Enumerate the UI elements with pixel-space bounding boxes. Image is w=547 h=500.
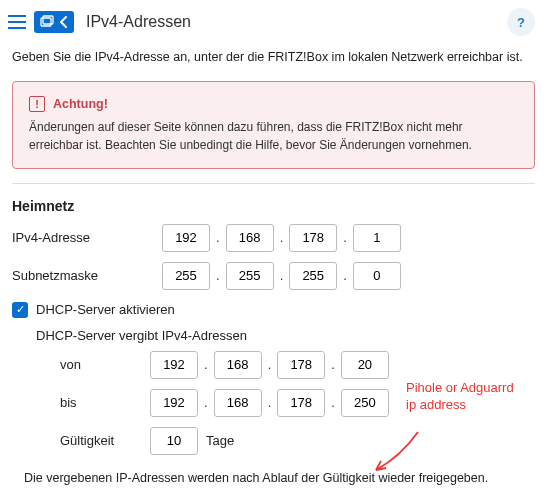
intro-text: Geben Sie die IPv4-Adresse an, unter der… [0,44,547,81]
dhcp-subhead: DHCP-Server vergibt IPv4-Adressen [36,328,535,343]
dot: . [278,230,286,245]
dot: . [214,268,222,283]
ipv4-octet-2[interactable] [226,224,274,252]
label-subnet: Subnetzmaske [12,268,162,283]
dhcp-enable-checkbox[interactable]: ✓ [12,302,28,318]
subnet-octet-2[interactable] [226,262,274,290]
to-octet-3[interactable] [277,389,325,417]
to-octet-2[interactable] [214,389,262,417]
label-from: von [36,357,150,372]
dot: . [329,395,337,410]
ipv4-octet-1[interactable] [162,224,210,252]
dhcp-to-group: . . . [150,389,389,417]
from-octet-3[interactable] [277,351,325,379]
dot: . [202,357,210,372]
help-button[interactable]: ? [507,8,535,36]
annotation-text: Pihole or Adguarrd ip address [406,380,516,414]
dot: . [341,230,349,245]
to-octet-1[interactable] [150,389,198,417]
dot: . [214,230,222,245]
dot: . [278,268,286,283]
label-to: bis [36,395,150,410]
from-octet-1[interactable] [150,351,198,379]
divider [12,183,535,184]
subnet-octet-3[interactable] [289,262,337,290]
back-button[interactable] [34,11,74,33]
page-title: IPv4-Adressen [86,13,191,31]
dot: . [266,357,274,372]
dot: . [329,357,337,372]
warning-box: ! Achtung! Änderungen auf dieser Seite k… [12,81,535,169]
dot: . [202,395,210,410]
warning-body: Änderungen auf dieser Seite können dazu … [29,118,518,154]
validity-input[interactable] [150,427,198,455]
subnet-octet-4[interactable] [353,262,401,290]
subnet-octet-1[interactable] [162,262,210,290]
to-octet-4[interactable] [341,389,389,417]
hamburger-menu-icon[interactable] [6,11,28,33]
from-octet-4[interactable] [341,351,389,379]
subnet-group: . . . [162,262,401,290]
label-dhcp-enable: DHCP-Server aktivieren [36,302,175,317]
ipv4-octet-3[interactable] [289,224,337,252]
dot: . [266,395,274,410]
from-octet-2[interactable] [214,351,262,379]
label-days: Tage [206,433,234,448]
label-ipv4: IPv4-Adresse [12,230,162,245]
warning-title: Achtung! [53,97,108,111]
dot: . [341,268,349,283]
desc-release: Die vergebenen IP-Adressen werden nach A… [0,465,547,498]
section-heimnetz: Heimnetz [0,196,547,224]
dhcp-from-group: . . . [150,351,389,379]
warning-icon: ! [29,96,45,112]
ipv4-address-group: . . . [162,224,401,252]
label-validity: Gültigkeit [36,433,150,448]
ipv4-octet-4[interactable] [353,224,401,252]
